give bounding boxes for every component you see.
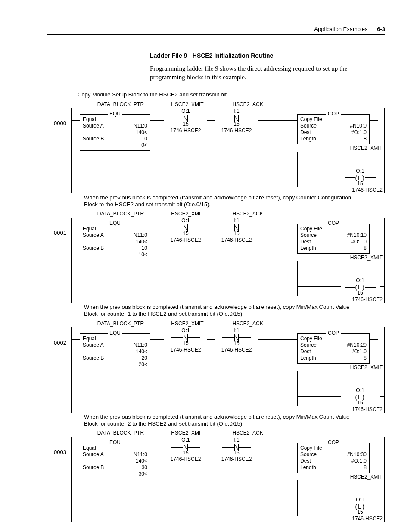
contact-module: 1746-HSCE2 xyxy=(215,128,258,134)
coil-symbol: (L) xyxy=(341,504,380,510)
contact-bit: 15 xyxy=(215,340,258,347)
wire xyxy=(370,449,378,449)
contact-bit: 15 xyxy=(164,121,207,128)
rung-body: 0002EQUEqualSource AN11:0140<Source B202… xyxy=(54,327,385,413)
wire xyxy=(370,230,378,230)
equ-srcb-sub: 20< xyxy=(139,361,147,368)
equ-srcb-label: Source B xyxy=(83,245,104,252)
cop-instruction: COPCopy FileSource#N10:10Dest#O:1.0Lengt… xyxy=(297,224,370,254)
branch-bottom: O:1(L)15 xyxy=(297,261,384,296)
branch-bottom: O:1(L)15 xyxy=(297,371,384,406)
contact-bit: 15 xyxy=(215,450,258,456)
wire xyxy=(150,230,164,230)
wire xyxy=(284,120,297,121)
equ-srca-label: Source A xyxy=(83,123,104,129)
cop-length-label: Length xyxy=(300,355,316,361)
cop-length-value: 8 xyxy=(364,355,367,361)
wire xyxy=(284,449,297,449)
equ-instruction: EQUEqualSource AN11:0140<Source B2020< xyxy=(80,333,150,370)
coil-symbol: (L) xyxy=(341,284,380,290)
wire xyxy=(72,339,80,340)
cop-dest-label: Dest xyxy=(300,348,311,355)
cop-length-value: 8 xyxy=(364,245,367,252)
equ-srcb-label: Source B xyxy=(83,136,104,142)
wire xyxy=(150,120,164,121)
cop-instruction: COPCopy FileSource#N10:20Dest#O:1.0Lengt… xyxy=(297,333,370,364)
contact-address: I:1 xyxy=(215,218,258,224)
ladder-rung: When the previous block is completed (tr… xyxy=(54,304,385,413)
coil-address: O:1 xyxy=(341,497,380,503)
diagram-caption: Copy Module Setup Block to the HSCE2 and… xyxy=(78,91,385,98)
header-rule xyxy=(47,34,385,35)
contact-bit: 15 xyxy=(164,230,207,237)
wire xyxy=(380,470,384,506)
coil-bit: 15 xyxy=(341,180,380,187)
wire xyxy=(298,470,341,506)
cop-dest-label: Dest xyxy=(300,458,311,464)
xio-contact: I:1151746-HSCE2 xyxy=(215,437,258,463)
cop-title: COP xyxy=(326,111,341,117)
contact-address: O:1 xyxy=(164,218,207,224)
contact-module: 1746-HSCE2 xyxy=(215,237,258,243)
label-hsce2-ack: HSCE2_ACK xyxy=(218,320,278,327)
cop-dest-value: #O:1.0 xyxy=(351,239,367,245)
cop-source-value: #N10:30 xyxy=(347,451,367,458)
contact-address: I:1 xyxy=(215,108,258,115)
coil-address: O:1 xyxy=(341,277,380,284)
cop-copyfile-label: Copy File xyxy=(300,116,367,123)
branch: COPCopy FileSource#N10:30Dest#O:1.0Lengt… xyxy=(284,443,384,522)
contact-module: 1746-HSCE2 xyxy=(215,347,258,353)
branch-top: COPCopy FileSource#N10:0Dest#O:1.0Length… xyxy=(284,114,384,144)
equ-srcb-sub: 0< xyxy=(141,142,147,149)
equ-srca-label: Source A xyxy=(83,451,104,458)
equ-equal-label: Equal xyxy=(83,445,147,451)
coil-address: O:1 xyxy=(341,387,380,394)
label-hsce2-ack: HSCE2_ACK xyxy=(218,211,278,217)
xio-contact: O:1151746-HSCE2 xyxy=(164,108,207,134)
label-hsce2-xmit: HSCE2_XMIT xyxy=(157,101,218,108)
cop-dest-value: #O:1.0 xyxy=(351,129,367,136)
equ-srcb-label: Source B xyxy=(83,355,104,361)
label-data-block-ptr: DATA_BLOCK_PTR xyxy=(84,101,157,108)
section-title: Ladder File 9 - HSCE2 Initialization Rou… xyxy=(150,52,385,59)
branch-top: COPCopy FileSource#N10:30Dest#O:1.0Lengt… xyxy=(284,443,384,473)
latch-coil: O:1(L)15 xyxy=(341,277,380,296)
label-hsce2-ack: HSCE2_ACK xyxy=(218,101,278,108)
cop-title: COP xyxy=(326,330,341,336)
wire xyxy=(72,449,80,449)
wire xyxy=(207,339,215,340)
rung-labels: DATA_BLOCK_PTRHSCE2_XMITHSCE2_ACK xyxy=(84,430,385,436)
cop-instruction: COPCopy FileSource#N10:30Dest#O:1.0Lengt… xyxy=(297,443,370,473)
equ-srca-value: N11:0 xyxy=(134,123,147,129)
rung-number: 0003 xyxy=(54,437,71,456)
cop-source-label: Source xyxy=(300,123,317,129)
wire xyxy=(298,251,341,287)
label-hsce2-ack: HSCE2_ACK xyxy=(218,430,278,436)
cop-length-label: Length xyxy=(300,464,316,471)
cop-dest-value: #O:1.0 xyxy=(351,458,367,464)
branch-top: COPCopy FileSource#N10:10Dest#O:1.0Lengt… xyxy=(284,224,384,254)
equ-equal-label: Equal xyxy=(83,226,147,232)
ladder-rung: When the previous block is completed (tr… xyxy=(54,194,385,303)
cop-length-value: 8 xyxy=(364,136,367,142)
wire xyxy=(298,361,341,397)
rung-labels: DATA_BLOCK_PTRHSCE2_XMITHSCE2_ACK xyxy=(84,211,385,217)
coil-bit: 15 xyxy=(341,290,380,296)
coil-address: O:1 xyxy=(341,168,380,174)
contact-module: 1746-HSCE2 xyxy=(164,128,207,134)
cop-title: COP xyxy=(326,220,341,227)
rung-body: 0000EQUEqualSource AN11:0140<Source B00<… xyxy=(54,108,385,193)
wire xyxy=(150,339,164,340)
equ-instruction: EQUEqualSource AN11:0140<Source B3030< xyxy=(80,443,150,479)
wire xyxy=(207,120,215,121)
equ-srca-sub: 140< xyxy=(136,458,147,464)
coil-module: 1746-HSCE2 xyxy=(284,406,383,413)
wire xyxy=(258,449,284,449)
equ-srca-sub: 140< xyxy=(136,129,147,136)
equ-equal-label: Equal xyxy=(83,336,147,342)
wire xyxy=(370,120,378,121)
label-data-block-ptr: DATA_BLOCK_PTR xyxy=(84,430,157,436)
label-hsce2-xmit: HSCE2_XMIT xyxy=(157,430,218,436)
rung-body: 0003EQUEqualSource AN11:0140<Source B303… xyxy=(54,437,385,522)
rung-comment: When the previous block is completed (tr… xyxy=(84,304,360,318)
